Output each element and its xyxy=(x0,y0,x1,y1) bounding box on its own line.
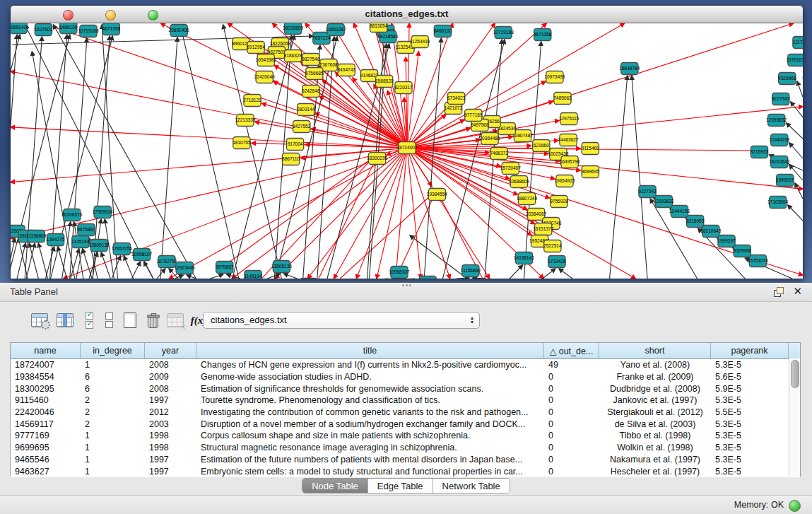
table-settings-button[interactable] xyxy=(30,310,49,331)
graph-node[interactable]: 11254419 xyxy=(410,36,430,48)
graph-node[interactable]: 18300295 xyxy=(367,153,387,165)
graph-node[interactable]: 19384554 xyxy=(427,189,447,201)
graph-node[interactable]: 1810755 xyxy=(233,137,251,149)
graph-node[interactable]: 11156869 xyxy=(461,265,481,277)
tab-edge-table[interactable]: Edge Table xyxy=(368,479,433,493)
column-header-title[interactable]: title xyxy=(196,343,544,358)
column-visibility-button[interactable] xyxy=(55,310,75,331)
graph-node[interactable]: 9756685 xyxy=(305,68,324,80)
graph-node[interactable]: 9975887 xyxy=(216,262,234,274)
table-row[interactable]: 946554611997Estimation of the future num… xyxy=(11,454,800,466)
graph-node[interactable]: 917004 xyxy=(286,139,303,151)
graph-node[interactable]: 16033809 xyxy=(283,23,303,35)
column-header-in_degree[interactable]: in_degree xyxy=(81,343,145,358)
tab-network-table[interactable]: Network Table xyxy=(433,479,510,493)
graph-node[interactable]: 13505135 xyxy=(89,240,110,252)
citation-network-graph[interactable]: 2069140615276026466100107191884671358206… xyxy=(11,23,803,279)
graph-node[interactable]: 8912954 xyxy=(247,42,265,54)
graph-node[interactable]: 4671358 xyxy=(534,29,552,41)
graph-node[interactable]: 1117334 xyxy=(793,37,803,49)
split-pane-handle[interactable] xyxy=(402,284,411,288)
graph-node[interactable]: 8454743 xyxy=(337,64,355,76)
graph-node[interactable]: 10688609 xyxy=(509,176,529,188)
graph-node[interactable]: 1394275 xyxy=(47,234,65,246)
graph-node[interactable]: 7485063 xyxy=(553,93,572,105)
graph-node[interactable]: 8186328 xyxy=(284,50,302,62)
graph-node[interactable]: 20206576 xyxy=(61,209,82,221)
graph-node[interactable]: 14463627 xyxy=(558,134,578,146)
table-row[interactable]: 977716911998Corpus callosum shape and si… xyxy=(11,430,800,442)
graph-node[interactable]: 9329966 xyxy=(778,73,796,85)
network-window-titlebar[interactable]: citations_edges.txt xyxy=(11,6,803,23)
table-row[interactable]: 1830029562008Estimation of significance … xyxy=(11,382,800,395)
graph-node[interactable]: 9329966 xyxy=(733,245,751,257)
scrollbar-thumb[interactable] xyxy=(791,360,799,388)
graph-node[interactable]: 6734023 xyxy=(447,93,466,105)
graph-node[interactable]: 12213339 xyxy=(235,115,255,127)
graph-node[interactable]: 12923446 xyxy=(175,262,195,274)
graph-node[interactable]: 19654923 xyxy=(554,175,575,187)
table-row[interactable]: 911546021997Tourette syndrome. Phenomeno… xyxy=(11,395,800,407)
graph-node[interactable]: 7486372 xyxy=(490,148,508,160)
graph-node[interactable]: 8215953 xyxy=(751,146,769,158)
graph-node[interactable]: 17103504 xyxy=(767,197,788,209)
table-row[interactable]: 1938455462009Genome-wide association stu… xyxy=(11,371,800,383)
graph-node[interactable]: 10653287 xyxy=(326,24,346,36)
graph-node[interactable]: 20691406 xyxy=(169,25,189,37)
graph-node[interactable]: 1394275 xyxy=(300,279,318,279)
graph-node[interactable]: 12093832 xyxy=(766,115,787,127)
graph-node[interactable]: 6466100 xyxy=(434,25,452,37)
graph-node[interactable]: 9699695 xyxy=(582,166,600,178)
graph-node[interactable]: 1999297 xyxy=(717,235,736,247)
graph-node[interactable]: 621660 xyxy=(533,140,550,152)
select-all-button[interactable] xyxy=(79,310,99,331)
graph-node[interactable]: 16210643 xyxy=(700,226,721,238)
new-table-button[interactable] xyxy=(120,310,140,331)
network-graph-canvas[interactable]: 2069140615276026466100107191884671358206… xyxy=(11,23,803,279)
graph-node[interactable]: 1999297 xyxy=(776,175,794,187)
graph-node[interactable]: 20691406 xyxy=(11,23,29,34)
graph-node[interactable]: 6466100 xyxy=(59,23,78,34)
graph-node[interactable]: 10958107 xyxy=(389,267,409,279)
network-view-window[interactable]: citations_edges.txt 20691406152760264661… xyxy=(10,5,804,279)
graph-node[interactable]: 1527602 xyxy=(35,24,53,36)
float-window-icon[interactable] xyxy=(774,287,784,297)
graph-node[interactable]: 18807249 xyxy=(517,193,537,205)
graph-node[interactable]: 1145194 xyxy=(71,236,89,248)
graph-node[interactable]: 8215953 xyxy=(686,216,705,228)
table-row[interactable]: 946362711997Embryonic stem cells: a mode… xyxy=(11,465,800,477)
graph-node[interactable]: 22420046 xyxy=(254,71,275,83)
graph-node[interactable]: 2522514 xyxy=(543,240,562,252)
column-header-pagerank[interactable]: pagerank xyxy=(711,343,789,358)
graph-node[interactable]: 18724007 xyxy=(396,142,417,154)
graph-node[interactable]: 12444158 xyxy=(669,206,690,218)
delete-table-button[interactable] xyxy=(143,310,163,331)
graph-node[interactable]: 16495796 xyxy=(559,156,579,168)
graph-node[interactable]: 20364486 xyxy=(479,133,500,145)
graph-node[interactable]: 10719188 xyxy=(78,25,98,37)
graph-node[interactable]: 16543382 xyxy=(256,54,276,66)
graph-node[interactable]: 15751074 xyxy=(748,255,768,267)
graph-node[interactable]: 17359924 xyxy=(93,206,113,218)
graph-node[interactable]: 14136141 xyxy=(514,252,534,264)
graph-node[interactable]: 1145194 xyxy=(245,271,262,279)
graph-node[interactable]: 11156869 xyxy=(26,230,47,243)
graph-node[interactable]: 2718120 xyxy=(243,95,261,107)
close-icon[interactable]: ✕ xyxy=(793,285,802,298)
column-header-out_de[interactable]: △ out_de... xyxy=(544,343,599,358)
graph-node[interactable]: 16648784 xyxy=(619,63,640,75)
graph-node[interactable]: 8220317 xyxy=(394,82,413,94)
table-selector-dropdown[interactable]: citations_edges.txt ▴▾ xyxy=(203,312,480,329)
graph-node[interactable]: 2803144 xyxy=(297,104,315,116)
graph-node[interactable]: 12444158 xyxy=(769,134,789,146)
table-row[interactable]: 1456911722003Disruption of a novel membe… xyxy=(11,418,800,430)
graph-node[interactable]: 9827548 xyxy=(302,54,320,66)
graph-node[interactable]: 9242848 xyxy=(302,86,320,98)
graph-node[interactable]: 8813054 xyxy=(370,23,388,33)
deselect-all-button[interactable] xyxy=(99,310,119,331)
graph-node[interactable]: 1733426 xyxy=(548,256,566,268)
column-header-year[interactable]: year xyxy=(145,343,196,358)
graph-node[interactable]: 8867110 xyxy=(282,153,300,165)
graph-node[interactable]: 9777169 xyxy=(464,110,483,122)
graph-node[interactable]: 15751074 xyxy=(786,54,803,66)
